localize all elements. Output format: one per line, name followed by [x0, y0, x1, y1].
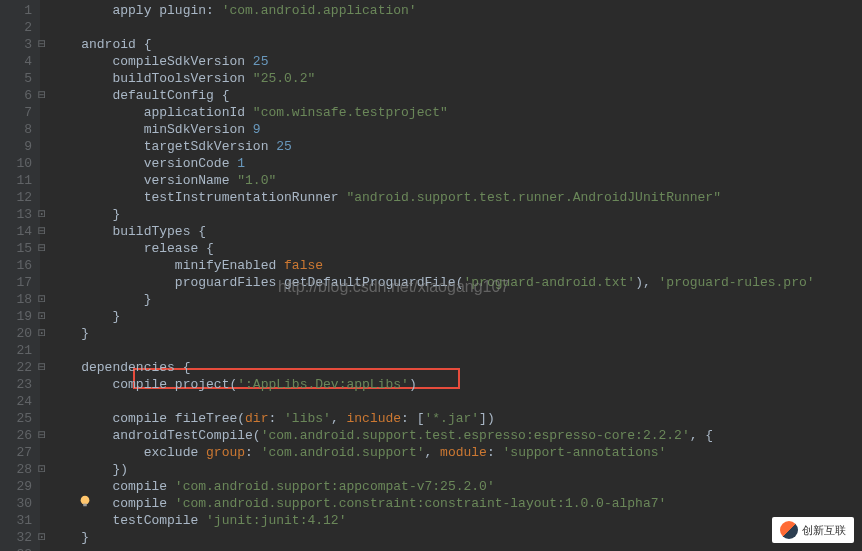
code-token: }	[81, 326, 89, 341]
code-token: "1.0"	[237, 173, 276, 188]
line-number: 33	[12, 546, 32, 551]
code-line[interactable]: testInstrumentationRunner "android.suppo…	[50, 189, 862, 206]
line-number: 15	[12, 240, 32, 257]
fold-open-icon[interactable]: ⊟	[38, 87, 46, 104]
code-line[interactable]: ⊡ }	[50, 308, 862, 325]
code-token: buildToolsVersion	[112, 71, 252, 86]
code-line[interactable]: testCompile 'junit:junit:4.12'	[50, 512, 862, 529]
code-line[interactable]: ⊡ })	[50, 461, 862, 478]
code-token: 'com.android.support.constraint:constrai…	[175, 496, 666, 511]
code-token: 'proguard-rules.pro'	[659, 275, 815, 290]
code-token: 'proguard-android.txt'	[463, 275, 635, 290]
line-number: 11	[12, 172, 32, 189]
code-line[interactable]: ⊡ }	[50, 325, 862, 342]
code-line[interactable]: ⊟ androidTestCompile('com.android.suppor…	[50, 427, 862, 444]
code-token: dir	[245, 411, 268, 426]
code-token: 'com.android.support.test.espresso:espre…	[261, 428, 690, 443]
code-token: versionCode	[144, 156, 238, 171]
svg-point-0	[81, 496, 90, 505]
line-number: 1	[12, 2, 32, 19]
fold-close-icon[interactable]: ⊡	[38, 291, 46, 308]
fold-close-icon[interactable]: ⊡	[38, 206, 46, 223]
fold-open-icon[interactable]: ⊟	[38, 359, 46, 376]
code-line[interactable]: ⊟ defaultConfig {	[50, 87, 862, 104]
code-line[interactable]: minifyEnabled false	[50, 257, 862, 274]
code-line[interactable]: compile 'com.android.support.constraint:…	[50, 495, 862, 512]
line-number: 17	[12, 274, 32, 291]
line-number: 27	[12, 444, 32, 461]
code-line[interactable]: ⊟ release {	[50, 240, 862, 257]
code-token: :	[268, 411, 284, 426]
code-line[interactable]: ⊟ android {	[50, 36, 862, 53]
code-token: android {	[81, 37, 151, 52]
line-number: 23	[12, 376, 32, 393]
line-number: 26	[12, 427, 32, 444]
code-editor[interactable]: 1234567891011121314151617181920212223242…	[0, 0, 862, 551]
code-line[interactable]: buildToolsVersion "25.0.2"	[50, 70, 862, 87]
code-line[interactable]	[50, 19, 862, 36]
line-number: 2	[12, 19, 32, 36]
code-line[interactable]: minSdkVersion 9	[50, 121, 862, 138]
code-line[interactable]: versionName "1.0"	[50, 172, 862, 189]
code-token: }	[112, 207, 120, 222]
line-number: 8	[12, 121, 32, 138]
code-token: }	[81, 530, 89, 545]
code-token: "com.winsafe.testproject"	[253, 105, 448, 120]
code-token: compileSdkVersion	[112, 54, 252, 69]
code-token: minSdkVersion	[144, 122, 253, 137]
code-token: defaultConfig {	[112, 88, 229, 103]
code-line[interactable]: ⊟ buildTypes {	[50, 223, 862, 240]
code-line[interactable]: proguardFiles getDefaultProguardFile('pr…	[50, 274, 862, 291]
fold-close-icon[interactable]: ⊡	[38, 529, 46, 546]
code-token: ':AppLibs.Dev:appLibs'	[237, 377, 409, 392]
code-token: })	[112, 462, 128, 477]
fold-open-icon[interactable]: ⊟	[38, 36, 46, 53]
code-line[interactable]: ⊡ }	[50, 291, 862, 308]
line-number: 18	[12, 291, 32, 308]
code-line[interactable]: applicationId "com.winsafe.testproject"	[50, 104, 862, 121]
lightbulb-icon[interactable]	[78, 494, 92, 508]
fold-open-icon[interactable]: ⊟	[38, 223, 46, 240]
code-line[interactable]: ⊟ dependencies {	[50, 359, 862, 376]
code-line[interactable]: compile 'com.android.support:appcompat-v…	[50, 478, 862, 495]
fold-open-icon[interactable]: ⊟	[38, 427, 46, 444]
code-line[interactable]: apply plugin: 'com.android.application'	[50, 2, 862, 19]
fold-open-icon[interactable]: ⊟	[38, 240, 46, 257]
fold-close-icon[interactable]: ⊡	[38, 325, 46, 342]
svg-rect-1	[83, 504, 87, 507]
fold-close-icon[interactable]: ⊡	[38, 308, 46, 325]
code-token: 'com.android.application'	[222, 3, 417, 18]
line-number: 9	[12, 138, 32, 155]
line-number: 16	[12, 257, 32, 274]
line-number-gutter: 1234567891011121314151617181920212223242…	[0, 0, 40, 551]
code-token: exclude	[144, 445, 206, 460]
code-line[interactable]	[50, 342, 862, 359]
code-line[interactable]: ⊡ }	[50, 206, 862, 223]
code-token: '*.jar'	[425, 411, 480, 426]
code-token: "25.0.2"	[253, 71, 315, 86]
code-token: ,	[425, 445, 441, 460]
code-line[interactable]: targetSdkVersion 25	[50, 138, 862, 155]
code-token: 'com.android.support'	[261, 445, 425, 460]
code-line[interactable]: exclude group: 'com.android.support', mo…	[50, 444, 862, 461]
code-line[interactable]: versionCode 1	[50, 155, 862, 172]
code-token: buildTypes {	[112, 224, 206, 239]
code-area[interactable]: apply plugin: 'com.android.application'⊟…	[40, 0, 862, 551]
code-line[interactable]: compile project(':AppLibs.Dev:appLibs')	[50, 376, 862, 393]
code-line[interactable]	[50, 546, 862, 551]
code-token: :	[487, 445, 503, 460]
code-token: , {	[690, 428, 713, 443]
code-token: 'junit:junit:4.12'	[206, 513, 346, 528]
line-number: 25	[12, 410, 32, 427]
code-line[interactable]	[50, 393, 862, 410]
brand-logo: 创新互联	[772, 517, 854, 543]
code-line[interactable]: compile fileTree(dir: 'libs', include: […	[50, 410, 862, 427]
fold-close-icon[interactable]: ⊡	[38, 461, 46, 478]
code-line[interactable]: compileSdkVersion 25	[50, 53, 862, 70]
code-token: :	[245, 445, 261, 460]
code-token: compile	[112, 496, 174, 511]
code-line[interactable]: ⊡ }	[50, 529, 862, 546]
code-token: versionName	[144, 173, 238, 188]
line-number: 6	[12, 87, 32, 104]
line-number: 5	[12, 70, 32, 87]
